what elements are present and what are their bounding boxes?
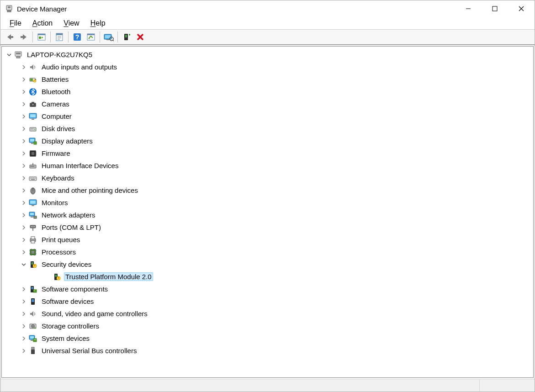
status-cell [0, 379, 480, 392]
chevron-right-icon[interactable] [20, 162, 27, 170]
tree-category[interactable]: Ports (COM & LPT) [2, 221, 533, 233]
tree-category-label: Storage controllers [40, 322, 101, 330]
chevron-right-icon[interactable] [20, 310, 27, 318]
menu-view[interactable]: View [59, 18, 84, 28]
battery-icon [28, 75, 37, 84]
svg-rect-66 [32, 178, 33, 179]
uninstall-button[interactable] [133, 31, 147, 43]
svg-rect-59 [31, 166, 32, 167]
tree-category[interactable]: Display adapters [2, 135, 533, 147]
chevron-right-icon[interactable] [20, 64, 27, 71]
chevron-right-icon[interactable] [20, 249, 27, 256]
tree-category-label: Software components [40, 285, 109, 293]
camera-icon [28, 100, 37, 109]
svg-rect-34 [30, 79, 33, 81]
svg-rect-39 [32, 102, 34, 103]
port-icon [28, 223, 37, 232]
toolbar-separator [32, 32, 33, 42]
chevron-right-icon[interactable] [20, 286, 27, 293]
chevron-right-icon[interactable] [20, 113, 27, 120]
tree-category[interactable]: Storage controllers [2, 320, 533, 332]
statusbar [0, 379, 535, 392]
tree-category-label: Network adapters [40, 211, 97, 219]
tree-category[interactable]: Batteries [2, 73, 533, 85]
menu-file[interactable]: File [5, 18, 26, 28]
add-hardware-button[interactable] [120, 31, 133, 43]
tree-category[interactable]: Computer [2, 110, 533, 122]
security-icon [52, 272, 61, 281]
tree-category[interactable]: Keyboards [2, 172, 533, 184]
minimize-button[interactable] [455, 0, 482, 17]
tree-category-label: Batteries [40, 75, 70, 84]
tree-device-label: Trusted Platform Module 2.0 [64, 272, 153, 281]
chevron-right-icon[interactable] [20, 88, 27, 95]
menu-action[interactable]: Action [28, 18, 57, 28]
svg-rect-51 [32, 152, 34, 155]
chevron-right-icon[interactable] [20, 187, 27, 194]
svg-rect-73 [30, 201, 36, 204]
chevron-right-icon[interactable] [20, 224, 27, 231]
chevron-right-icon[interactable] [20, 236, 27, 244]
tree-category[interactable]: Monitors [2, 196, 533, 209]
tree-category[interactable]: Cameras [2, 98, 533, 110]
tree-category[interactable]: Print queues [2, 233, 533, 246]
menu-help[interactable]: Help [86, 18, 110, 28]
tree-category-label: Firmware [40, 149, 72, 158]
scan-hardware-button[interactable] [102, 31, 116, 43]
tree-category-label: Software devices [40, 297, 95, 306]
svg-rect-89 [32, 251, 34, 254]
forward-button[interactable] [17, 31, 31, 43]
tree-root[interactable]: LAPTOP-KG2U7KQ5 [2, 48, 533, 61]
tree-category-label: Print queues [40, 235, 81, 244]
tree-category[interactable]: Firmware [2, 147, 533, 159]
audio-icon [28, 63, 37, 72]
tree-category[interactable]: Processors [2, 246, 533, 258]
svg-rect-60 [32, 166, 33, 167]
tree-category[interactable]: Bluetooth [2, 85, 533, 98]
tree-category[interactable]: Audio inputs and outputs [2, 61, 533, 73]
device-tree[interactable]: LAPTOP-KG2U7KQ5Audio inputs and outputsB… [1, 46, 534, 378]
chevron-right-icon[interactable] [20, 150, 27, 157]
tree-category[interactable]: Human Interface Devices [2, 159, 533, 172]
svg-rect-31 [16, 57, 20, 58]
chevron-down-icon[interactable] [5, 51, 13, 58]
tree-category[interactable]: Security devices [2, 258, 533, 270]
show-hide-tree-button[interactable] [35, 31, 48, 43]
tree-device[interactable]: Trusted Platform Module 2.0 [2, 270, 533, 283]
bluetooth-icon [28, 87, 37, 96]
svg-point-21 [89, 38, 90, 39]
chevron-right-icon[interactable] [20, 298, 27, 305]
tree-category[interactable]: Disk drives [2, 122, 533, 135]
tree-category[interactable]: Mice and other pointing devices [2, 184, 533, 196]
close-button[interactable] [508, 0, 535, 17]
security-icon [28, 260, 37, 269]
tree-category-label: Human Interface Devices [40, 161, 120, 170]
chevron-right-icon[interactable] [20, 125, 27, 132]
tree-category[interactable]: Software devices [2, 295, 533, 307]
tree-category[interactable]: System devices [2, 332, 533, 344]
back-button[interactable] [3, 31, 17, 43]
tree-category[interactable]: Universal Serial Bus controllers [2, 344, 533, 357]
svg-rect-116 [30, 336, 34, 339]
chevron-right-icon[interactable] [20, 323, 27, 330]
chevron-down-icon[interactable] [20, 261, 27, 268]
chevron-right-icon[interactable] [20, 212, 27, 219]
help-button[interactable]: ? [70, 31, 84, 43]
chevron-right-icon[interactable] [20, 199, 27, 207]
update-driver-button[interactable] [84, 31, 98, 43]
maximize-button[interactable] [482, 0, 508, 17]
properties-button[interactable] [53, 31, 66, 43]
chevron-right-icon[interactable] [20, 335, 27, 342]
chevron-right-icon[interactable] [20, 175, 27, 182]
chevron-right-icon[interactable] [20, 347, 27, 355]
usb-icon [28, 346, 37, 355]
chevron-right-icon[interactable] [20, 76, 27, 83]
chevron-right-icon[interactable] [20, 101, 27, 108]
tree-category[interactable]: Sound, video and game controllers [2, 307, 533, 320]
tree-category[interactable]: Network adapters [2, 209, 533, 221]
svg-rect-2 [7, 11, 11, 12]
tree-category[interactable]: Software components [2, 283, 533, 295]
svg-rect-121 [32, 347, 34, 350]
svg-line-26 [113, 40, 114, 41]
chevron-right-icon[interactable] [20, 138, 27, 145]
